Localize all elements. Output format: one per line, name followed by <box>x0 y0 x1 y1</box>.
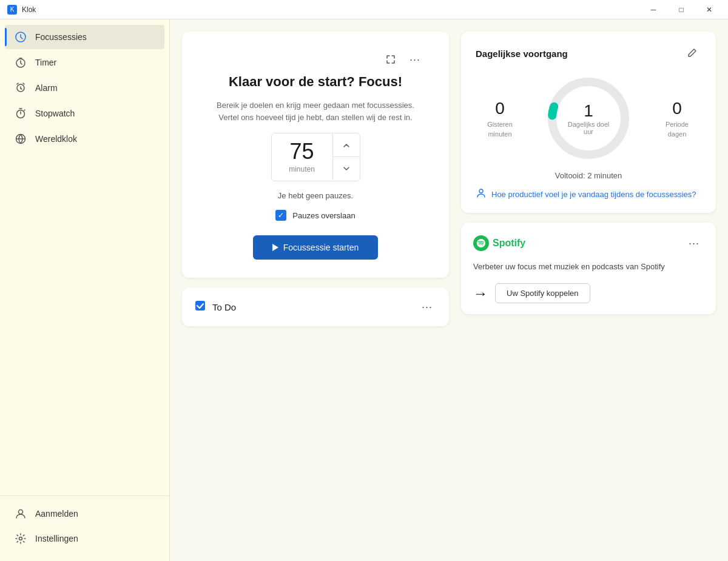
progress-card-header: Dagelijkse voortgang <box>476 44 701 63</box>
play-icon <box>272 244 278 251</box>
todo-title: To Do <box>212 302 236 312</box>
edit-button[interactable] <box>682 44 701 63</box>
productivity-link[interactable]: Hoe productief voel je je vandaag tijden… <box>476 187 701 201</box>
skip-break-checkbox[interactable]: ✓ <box>275 210 286 221</box>
sidebar: Focussessies Timer Alarm <box>0 19 170 561</box>
yesterday-stat: 0 Gisteren minuten <box>482 99 518 138</box>
sidebar-item-timer[interactable]: Timer <box>5 50 164 75</box>
minimize-button[interactable]: ─ <box>639 0 667 19</box>
time-picker: 75 minuten <box>271 133 360 181</box>
sidebar-item-wereldklok[interactable]: Wereldklok <box>5 127 164 151</box>
todo-left: To Do <box>194 300 236 315</box>
spotify-three-dots-icon: ··· <box>689 237 699 250</box>
time-up-button[interactable] <box>333 134 360 157</box>
start-focus-button[interactable]: Focussessie starten <box>253 235 379 260</box>
todo-three-dots-icon: ··· <box>422 301 433 314</box>
card-header: ··· <box>206 50 425 69</box>
spotify-circle-icon <box>473 235 489 251</box>
app-icon: K <box>7 5 17 15</box>
spotify-more-button[interactable]: ··· <box>684 233 704 253</box>
person-icon <box>476 187 487 201</box>
start-button-label: Focussessie starten <box>283 243 359 252</box>
focus-card-title: Klaar voor de start? Focus! <box>229 74 402 90</box>
todo-check-icon <box>194 300 206 315</box>
time-unit: minuten <box>272 165 332 173</box>
three-dots-icon: ··· <box>410 53 420 66</box>
right-column: Dagelijkse voortgang 0 Gisteren minuten <box>461 32 716 549</box>
period-label: Periode <box>666 121 689 128</box>
todo-card: To Do ··· <box>182 287 449 326</box>
sidebar-bottom: Aanmelden Instellingen <box>0 495 169 556</box>
focussessies-icon <box>15 31 27 43</box>
completed-text: Voltooid: 2 minuten <box>476 171 701 180</box>
sidebar-item-instellingen[interactable]: Instellingen <box>5 526 164 551</box>
focus-card-subtitle: Bereik je doelen en krijg meer gedaan me… <box>206 99 425 123</box>
instellingen-label: Instellingen <box>35 534 78 543</box>
time-value: 75 <box>272 141 332 163</box>
yesterday-unit: minuten <box>488 130 511 138</box>
period-unit: dagen <box>668 130 687 138</box>
sidebar-item-stopwatch[interactable]: Stopwatch <box>5 101 164 126</box>
period-value: 0 <box>672 99 682 118</box>
daily-goal-unit: uur <box>568 128 609 135</box>
wereldklok-label: Wereldklok <box>35 134 77 144</box>
focus-card: ··· Klaar voor de start? Focus! Bereik j… <box>182 32 449 278</box>
timer-icon <box>15 56 27 69</box>
spotify-card: Spotify ··· Verbeter uw focus met muziek… <box>461 223 716 314</box>
fullscreen-button[interactable] <box>381 50 400 69</box>
yesterday-value: 0 <box>495 99 505 118</box>
close-button[interactable]: ✕ <box>695 0 723 19</box>
period-stat: 0 Periode dagen <box>659 99 695 138</box>
instellingen-icon <box>15 532 27 545</box>
productivity-link-text: Hoe productief voel je je vandaag tijden… <box>491 190 696 199</box>
sidebar-item-alarm[interactable]: Alarm <box>5 76 164 100</box>
spotify-header: Spotify ··· <box>473 233 704 253</box>
donut-chart: 1 Dagelijks doel uur <box>543 73 634 164</box>
active-indicator <box>5 28 7 46</box>
left-column: ··· Klaar voor de start? Focus! Bereik j… <box>182 32 449 549</box>
more-options-button[interactable]: ··· <box>405 50 425 69</box>
arrow-right-icon: → <box>473 285 488 302</box>
skip-break-label: Pauzes overslaan <box>292 211 355 220</box>
no-break-text: Je hebt geen pauzes. <box>278 191 353 200</box>
titlebar-left: K Klok <box>7 5 36 15</box>
sidebar-spacer <box>0 152 169 495</box>
wereldklok-icon <box>15 133 27 145</box>
spotify-connect-button[interactable]: Uw Spotify koppelen <box>495 283 590 303</box>
daily-goal-label: Dagelijks doel <box>568 121 609 128</box>
aanmelden-label: Aanmelden <box>35 509 78 519</box>
spotify-brand-name: Spotify <box>493 238 525 249</box>
svg-point-4 <box>19 510 23 514</box>
alarm-label: Alarm <box>35 83 58 93</box>
main-content: ··· Klaar voor de start? Focus! Bereik j… <box>170 19 728 561</box>
time-controls <box>332 134 360 180</box>
daily-goal-value: 1 <box>568 101 609 121</box>
titlebar-controls: ─ □ ✕ <box>639 0 723 19</box>
focussessies-label: Focussessies <box>35 32 87 42</box>
donut-center: 1 Dagelijks doel uur <box>568 101 609 135</box>
sidebar-item-focussessies[interactable]: Focussessies <box>5 25 164 49</box>
todo-more-button[interactable]: ··· <box>417 297 437 317</box>
time-down-button[interactable] <box>333 157 360 180</box>
maximize-button[interactable]: □ <box>667 0 695 19</box>
alarm-icon <box>15 82 27 94</box>
donut-area: 0 Gisteren minuten 1 <box>476 73 701 164</box>
app-body: Focussessies Timer Alarm <box>0 19 728 561</box>
spotify-logo: Spotify <box>473 235 525 251</box>
stopwatch-label: Stopwatch <box>35 109 75 118</box>
time-display: 75 minuten <box>272 133 332 181</box>
stopwatch-icon <box>15 107 27 119</box>
progress-card: Dagelijkse voortgang 0 Gisteren minuten <box>461 32 716 213</box>
timer-label: Timer <box>35 58 56 67</box>
progress-card-title: Dagelijkse voortgang <box>476 49 568 59</box>
spotify-connect-row: → Uw Spotify koppelen <box>473 283 704 303</box>
svg-point-5 <box>19 537 22 540</box>
svg-point-9 <box>479 189 483 193</box>
yesterday-label: Gisteren <box>487 121 513 128</box>
aanmelden-icon <box>15 508 27 520</box>
titlebar: K Klok ─ □ ✕ <box>0 0 728 19</box>
sidebar-item-aanmelden[interactable]: Aanmelden <box>5 502 164 526</box>
spotify-description: Verbeter uw focus met muziek en podcasts… <box>473 261 704 272</box>
skip-break-checkbox-row[interactable]: ✓ Pauzes overslaan <box>275 210 355 221</box>
app-name: Klok <box>22 5 36 14</box>
